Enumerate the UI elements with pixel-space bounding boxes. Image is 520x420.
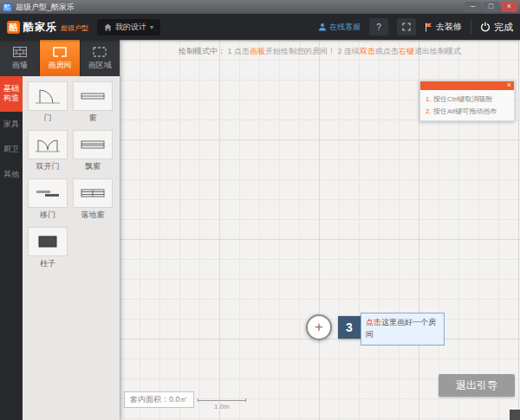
- tool-label: 画房间: [48, 60, 71, 71]
- palette-item-pillar[interactable]: 柱子: [26, 227, 69, 269]
- header: 酷 酷家乐 超级户型 我的设计 ▾ 在线客服 ?: [0, 14, 520, 40]
- sliding-door-icon: [28, 178, 68, 208]
- help-button[interactable]: ?: [369, 18, 388, 36]
- palette-item-label: 窗: [89, 113, 97, 124]
- palette-item-label: 门: [44, 113, 52, 124]
- kujiale-logo-icon: 酷: [7, 21, 20, 34]
- exit-guide-button[interactable]: 退出引导: [439, 374, 515, 397]
- component-palette: 门 窗 双开门: [23, 76, 120, 420]
- logo-subtitle: 超级户型: [61, 23, 88, 33]
- minimize-button[interactable]: –: [465, 2, 481, 12]
- home-icon: [104, 23, 112, 31]
- chevron-down-icon: ▾: [150, 23, 153, 31]
- guide-tooltip-highlight: 点击: [366, 318, 381, 326]
- area-icon: [93, 46, 107, 58]
- logo-text: 酷家乐: [23, 20, 57, 35]
- scale-line: [198, 398, 246, 402]
- double-door-icon: [28, 130, 68, 159]
- my-design-label: 我的设计: [115, 22, 146, 33]
- wall-icon: [13, 46, 27, 58]
- header-divider: [471, 20, 471, 34]
- palette-item-label: 柱子: [40, 258, 55, 269]
- online-service-button[interactable]: 在线客服: [318, 22, 361, 33]
- guide-step-badge: 3: [338, 316, 361, 339]
- titlebar: 酷 超级户型_酷家乐 – □ ×: [0, 0, 520, 14]
- decorate-button[interactable]: 去装修: [425, 21, 462, 33]
- finish-button[interactable]: 完成: [480, 21, 513, 34]
- palette-item-bay-window[interactable]: 飘窗: [71, 130, 114, 172]
- mode-step2-rest: 退出绘制模式: [414, 47, 461, 55]
- tip-line-number: 2.: [426, 107, 432, 115]
- mode-step1-highlight: 画板: [250, 47, 265, 55]
- tool-draw-area[interactable]: 画区域: [81, 40, 120, 76]
- close-icon[interactable]: ×: [507, 80, 511, 90]
- tab-kitchen-bath[interactable]: 厨卫: [0, 137, 23, 162]
- palette-item-label: 双开门: [36, 161, 60, 172]
- mode-step2-highlight1: 双击: [360, 47, 375, 55]
- mode-step2: 2 连续: [335, 47, 360, 55]
- person-icon: [318, 23, 327, 31]
- room-icon: [53, 46, 67, 58]
- palette-item-label: 落地窗: [81, 210, 105, 221]
- tip-line: 2. 按住Alt键可拖动画布: [426, 106, 509, 118]
- shortcut-tip-box: × 1. 按住Ctrl键取消吸附 2. 按住Alt键可拖动画布: [419, 81, 515, 121]
- fullscreen-icon: [402, 23, 411, 31]
- draw-start-point[interactable]: +: [306, 314, 332, 340]
- panel-lower: 基础构造 家具 厨卫 其他 门: [0, 76, 120, 420]
- main-body: 画墙 画房间 画区域 基础构造 家具: [0, 40, 520, 420]
- online-service-label: 在线客服: [329, 22, 361, 33]
- close-button[interactable]: ×: [501, 2, 517, 12]
- palette-item-sliding-door[interactable]: 移门: [26, 178, 69, 221]
- bay-window-icon: [73, 130, 113, 159]
- mode-step1-rest: 开始绘制您的房间！: [265, 47, 335, 55]
- tool-draw-wall[interactable]: 画墙: [0, 40, 40, 76]
- scale-label: 1.0m: [198, 403, 246, 410]
- power-icon: [480, 22, 491, 32]
- tip-line-text: 按住Ctrl键取消吸附: [433, 95, 492, 103]
- tip-line-text: 按住Alt键可拖动画布: [433, 107, 497, 115]
- area-indicator: 套内面积：0.0㎡: [124, 391, 194, 408]
- help-icon: ?: [376, 23, 381, 32]
- my-design-menu[interactable]: 我的设计 ▾: [97, 19, 160, 36]
- tab-other[interactable]: 其他: [0, 162, 23, 187]
- mode-hint-bar: 绘制模式中： 1 点击画板开始绘制您的房间！ 2 连续双击或点击右键退出绘制模式: [120, 46, 520, 57]
- drawing-canvas[interactable]: 绘制模式中： 1 点击画板开始绘制您的房间！ 2 连续双击或点击右键退出绘制模式…: [120, 40, 520, 420]
- draw-tools: 画墙 画房间 画区域: [0, 40, 120, 76]
- finish-label: 完成: [494, 21, 513, 34]
- category-tabs: 基础构造 家具 厨卫 其他: [0, 76, 23, 420]
- decorate-label: 去装修: [436, 21, 462, 33]
- mode-label: 绘制模式中：: [179, 47, 225, 55]
- tab-basic-structure[interactable]: 基础构造: [0, 76, 23, 112]
- area-value: 0.0㎡: [169, 395, 188, 404]
- corner-handle[interactable]: [510, 410, 520, 420]
- window-icon: [73, 81, 113, 111]
- tip-box-body: 1. 按住Ctrl键取消吸附 2. 按住Alt键可拖动画布: [420, 90, 514, 120]
- palette-item-floor-window[interactable]: 落地窗: [71, 178, 114, 221]
- tip-line: 1. 按住Ctrl键取消吸附: [426, 94, 509, 106]
- flag-icon: [425, 23, 432, 32]
- palette-item-label: 飘窗: [85, 161, 101, 172]
- fullscreen-button[interactable]: [397, 18, 416, 36]
- floor-window-icon: [73, 178, 113, 208]
- maximize-button[interactable]: □: [483, 2, 499, 12]
- pillar-icon: [28, 227, 68, 256]
- palette-item-label: 移门: [40, 210, 55, 221]
- tool-label: 画墙: [12, 60, 28, 71]
- tip-box-header: ×: [420, 81, 514, 90]
- window-title: 超级户型_酷家乐: [16, 2, 461, 13]
- tool-draw-room[interactable]: 画房间: [40, 40, 80, 76]
- app-window: 酷 超级户型_酷家乐 – □ × 酷 酷家乐 超级户型 我的设计 ▾ 在线客服: [0, 0, 520, 420]
- mode-step2-mid: 或点击: [375, 47, 399, 55]
- area-label: 套内面积：: [130, 395, 169, 404]
- logo: 酷 酷家乐 超级户型: [7, 20, 88, 35]
- palette-item-double-door[interactable]: 双开门: [26, 130, 69, 172]
- door-icon: [28, 81, 68, 111]
- tab-furniture[interactable]: 家具: [0, 112, 23, 137]
- guide-tooltip: 点击这里画好一个房间: [361, 313, 445, 346]
- mode-step1: 1 点击: [225, 47, 250, 55]
- tool-label: 画区域: [88, 60, 112, 71]
- palette-item-door[interactable]: 门: [26, 81, 69, 124]
- window-controls: – □ ×: [465, 2, 517, 12]
- palette-item-window[interactable]: 窗: [71, 81, 114, 124]
- scale-ruler: 1.0m: [198, 398, 246, 410]
